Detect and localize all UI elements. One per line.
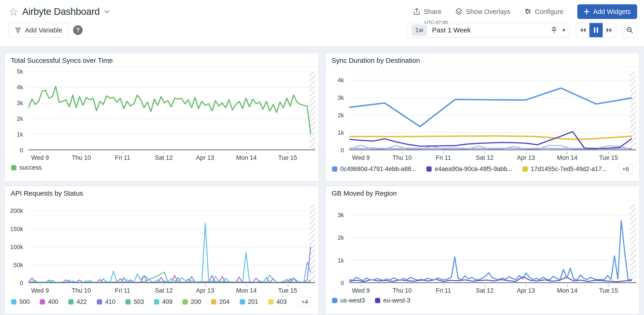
x-tick-label: Mon 14	[557, 287, 578, 294]
time-pause-button[interactable]	[590, 23, 603, 37]
legend-item[interactable]: 204	[211, 298, 230, 306]
chart-plot-area[interactable]	[28, 204, 315, 283]
chart-canvas[interactable]	[28, 204, 315, 283]
legend-swatch	[125, 299, 131, 305]
widget-sync-duration-by-destination: Sync Duration by Destination 4k3k2k1k0 W…	[326, 53, 640, 181]
legend-item[interactable]: 500	[11, 298, 30, 306]
legend-item[interactable]: 409	[154, 298, 172, 306]
legend-item[interactable]: 422	[68, 298, 87, 306]
chart-canvas[interactable]	[350, 71, 636, 150]
legend-item[interactable]: 17d1455c-7ed5-49d2-a17...	[522, 165, 607, 173]
y-tick-label: 0	[20, 280, 23, 287]
legend-item[interactable]: e4aea90a-90ca-49f5-9abb...	[426, 165, 512, 173]
chart-legend: us-west3eu-west-3	[332, 297, 633, 304]
x-tick-mark	[123, 152, 123, 154]
show-overlays-button[interactable]: Show Overlays	[455, 8, 510, 15]
x-tick-label: Apr 13	[517, 287, 535, 294]
y-tick-label: 2k	[338, 112, 344, 119]
widget-gb-moved-by-region: GB Moved by Region 3k2k1k0 Wed 9Thu 10Fr…	[326, 186, 640, 314]
legend-swatch	[40, 299, 45, 305]
chart-plot-area[interactable]	[28, 71, 315, 150]
configure-button[interactable]: Configure	[524, 8, 564, 15]
rewind-icon	[579, 27, 586, 33]
x-tick-label: Thu 10	[392, 154, 412, 161]
chart-legend: success	[11, 164, 312, 171]
chart-canvas[interactable]	[28, 71, 315, 150]
time-back-button[interactable]	[576, 23, 590, 37]
legend-label: 422	[76, 298, 87, 306]
y-tick-label: 1k	[17, 131, 23, 138]
chart-plot-area[interactable]	[350, 204, 636, 283]
x-tick-mark	[123, 285, 123, 287]
title-chevron-down-icon[interactable]	[104, 10, 110, 15]
fast-forward-icon	[606, 27, 613, 33]
page-title[interactable]: Airbyte Dashboard	[22, 6, 100, 17]
legend-item[interactable]: 0c49680d-4791-4ebb-a88...	[332, 165, 416, 173]
dashboard-header: ☆ Airbyte Dashboard Share Show Overlays …	[0, 0, 644, 47]
add-variable-button[interactable]: Add Variable	[9, 23, 68, 37]
legend-item[interactable]: 503	[125, 298, 144, 306]
legend-item[interactable]: 410	[97, 298, 115, 306]
legend-item[interactable]: 400	[40, 298, 58, 306]
favorite-star-icon[interactable]: ☆	[9, 6, 18, 17]
legend-item[interactable]: eu-west-3	[375, 297, 410, 304]
widget-total-successful-syncs: Total Successful Syncs over Time 5k4k3k2…	[4, 53, 318, 181]
series-line	[28, 86, 310, 134]
zoom-out-button[interactable]	[622, 23, 637, 37]
legend-swatch	[97, 299, 102, 305]
x-tick-label: Wed 9	[31, 154, 49, 161]
x-tick-mark	[164, 285, 164, 287]
series-line	[350, 88, 632, 127]
legend-item[interactable]: us-west3	[332, 297, 365, 304]
x-tick-label: Wed 9	[352, 154, 370, 161]
legend-item[interactable]: 201	[240, 298, 258, 306]
header-actions: Share Show Overlays Configure Add Widget…	[413, 4, 637, 19]
chart-canvas[interactable]	[350, 204, 636, 283]
legend-overflow-badge[interactable]: +4	[297, 297, 312, 307]
legend-item[interactable]: 200	[182, 298, 201, 306]
legend-overflow-badge[interactable]: +6	[618, 164, 633, 174]
overlays-icon	[455, 8, 462, 15]
time-range-picker[interactable]: UTC-07:00 1w Past 1 Week ▾	[407, 23, 570, 37]
pin-icon[interactable]	[551, 27, 557, 33]
legend-swatch	[68, 299, 74, 305]
x-axis-labels: Wed 9Thu 10Fri 11Sat 12Apr 13Mon 14Tue 1…	[28, 151, 315, 162]
x-tick-label: Mon 14	[236, 154, 257, 161]
chart-plot-area[interactable]	[350, 71, 636, 150]
share-button[interactable]: Share	[413, 8, 441, 15]
y-tick-label: 100k	[10, 243, 23, 250]
x-tick-label: Sat 12	[155, 287, 173, 294]
time-range-label[interactable]: Past 1 Week	[432, 26, 471, 34]
x-tick-mark	[402, 152, 402, 154]
x-tick-mark	[567, 152, 568, 154]
chart-legend: 500400422410503409200204201403+4	[11, 297, 312, 307]
future-hatch-band	[630, 71, 636, 150]
future-hatch-band	[630, 204, 636, 283]
time-preset-chip[interactable]: 1w	[412, 24, 427, 36]
x-tick-label: Wed 9	[31, 287, 49, 294]
y-tick-label: 3k	[338, 94, 344, 101]
x-tick-label: Fri 11	[115, 287, 130, 294]
x-tick-mark	[205, 152, 206, 154]
x-tick-label: Tue 15	[599, 287, 618, 294]
x-tick-label: Apr 13	[517, 154, 535, 161]
x-tick-mark	[484, 152, 485, 154]
x-tick-label: Mon 14	[557, 154, 578, 161]
x-tick-label: Fri 11	[115, 154, 130, 161]
add-widgets-button[interactable]: Add Widgets	[577, 4, 637, 19]
legend-swatch	[332, 166, 337, 172]
widget-title: Sync Duration by Destination	[326, 53, 639, 67]
series-line	[350, 132, 632, 149]
x-tick-mark	[81, 152, 82, 154]
help-icon[interactable]: ?	[73, 25, 83, 35]
widget-title: GB Moved by Region	[326, 186, 639, 200]
time-forward-button[interactable]	[603, 23, 616, 37]
plus-icon	[584, 9, 590, 14]
legend-label: 409	[162, 298, 172, 306]
x-tick-mark	[361, 152, 361, 154]
legend-item[interactable]: success	[11, 164, 42, 171]
legend-label: 200	[191, 298, 201, 306]
time-dropdown-caret-icon[interactable]: ▾	[562, 27, 565, 33]
x-tick-label: Tue 15	[278, 287, 297, 294]
legend-item[interactable]: 403	[268, 298, 287, 306]
